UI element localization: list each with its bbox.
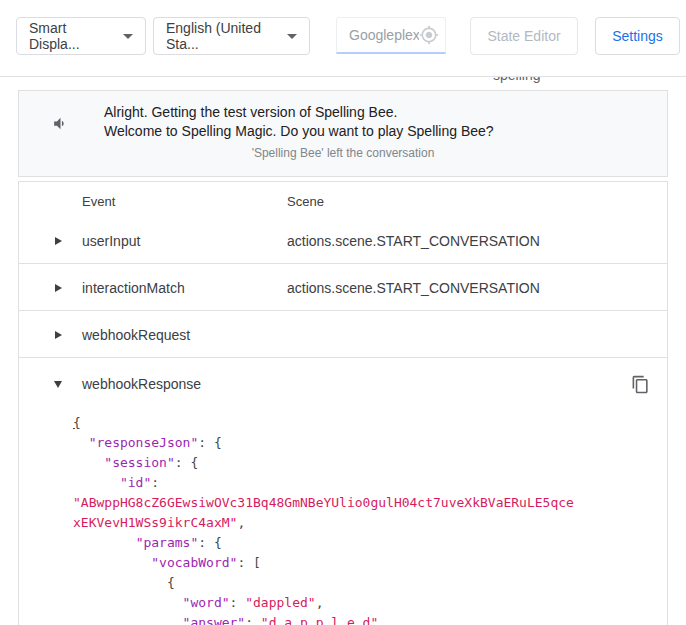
json-line: "session": { bbox=[73, 453, 657, 473]
event-name: webhookResponse bbox=[82, 376, 201, 392]
triangle-right-icon bbox=[55, 284, 62, 292]
state-editor-button[interactable]: State Editor bbox=[470, 17, 578, 55]
location-field[interactable]: Googleplex... bbox=[336, 17, 446, 54]
table-row-webhook-request: webhookRequest bbox=[19, 311, 667, 358]
chevron-down-icon bbox=[123, 34, 133, 39]
clipped-message-text: spelling bbox=[493, 77, 540, 83]
collapse-row-button[interactable] bbox=[45, 371, 71, 397]
speaker-icon bbox=[52, 115, 69, 132]
json-line: "vocabWord": [ bbox=[73, 553, 657, 573]
expand-row-button[interactable] bbox=[45, 228, 71, 254]
triangle-right-icon bbox=[55, 331, 62, 339]
copy-icon bbox=[631, 375, 650, 394]
copy-json-button[interactable] bbox=[625, 369, 655, 399]
table-row-webhook-response: webhookResponse bbox=[19, 358, 667, 410]
location-target-icon bbox=[419, 25, 439, 45]
language-selector-label: English (United Sta... bbox=[166, 20, 279, 52]
expand-row-button[interactable] bbox=[45, 275, 71, 301]
json-line: "answer": "d,a,p,p,l,e,d" bbox=[73, 613, 657, 625]
json-line: xEKVevH1WSs9ikrC4axM", bbox=[73, 513, 657, 533]
json-line: "params": { bbox=[73, 533, 657, 553]
table-row-user-input: userInput actions.scene.START_CONVERSATI… bbox=[19, 217, 667, 264]
table-header-row: Event Scene bbox=[19, 182, 667, 217]
chevron-down-icon bbox=[287, 34, 297, 39]
conversation-status-note: 'Spelling Bee' left the conversation bbox=[19, 146, 667, 160]
json-line: { bbox=[73, 573, 657, 593]
json-line: "id": bbox=[73, 473, 657, 493]
device-selector-dropdown[interactable]: Smart Displa... bbox=[16, 17, 146, 55]
simulator-toolbar: Smart Displa... English (United Sta... G… bbox=[0, 0, 686, 76]
json-line: "responseJson": { bbox=[73, 433, 657, 453]
scene-value: actions.scene.START_CONVERSATION bbox=[287, 233, 540, 249]
language-selector-dropdown[interactable]: English (United Sta... bbox=[153, 17, 310, 55]
device-selector-label: Smart Displa... bbox=[29, 20, 115, 52]
scene-value: actions.scene.START_CONVERSATION bbox=[287, 280, 540, 296]
json-line: "word": "dappled", bbox=[73, 593, 657, 613]
assistant-message-line-1: Alright. Getting the test version of Spe… bbox=[104, 103, 494, 122]
assistant-message-line-2: Welcome to Spelling Magic. Do you want t… bbox=[104, 122, 494, 141]
settings-button[interactable]: Settings bbox=[595, 17, 680, 55]
expand-row-button[interactable] bbox=[45, 322, 71, 348]
assistant-response-panel: Alright. Getting the test version of Spe… bbox=[18, 90, 668, 177]
json-viewer[interactable]: { "responseJson": { "session": { "id":"A… bbox=[19, 410, 667, 625]
json-line: { bbox=[73, 413, 657, 433]
assistant-message: Alright. Getting the test version of Spe… bbox=[104, 103, 494, 141]
json-line: "ABwppHG8cZ6GEwsiwOVc31Bq48GmNBeYUlio0gu… bbox=[73, 493, 657, 513]
event-name: webhookRequest bbox=[82, 327, 190, 343]
column-header-scene: Scene bbox=[287, 194, 324, 209]
event-name: interactionMatch bbox=[82, 280, 185, 296]
location-value: Googleplex... bbox=[349, 27, 419, 43]
column-header-event: Event bbox=[82, 194, 115, 209]
table-row-interaction-match: interactionMatch actions.scene.START_CON… bbox=[19, 264, 667, 311]
event-name: userInput bbox=[82, 233, 140, 249]
triangle-down-icon bbox=[54, 381, 62, 388]
triangle-right-icon bbox=[55, 237, 62, 245]
scrolled-conversation-clip: spelling bbox=[19, 77, 667, 90]
event-log-table: Event Scene userInput actions.scene.STAR… bbox=[18, 181, 668, 625]
